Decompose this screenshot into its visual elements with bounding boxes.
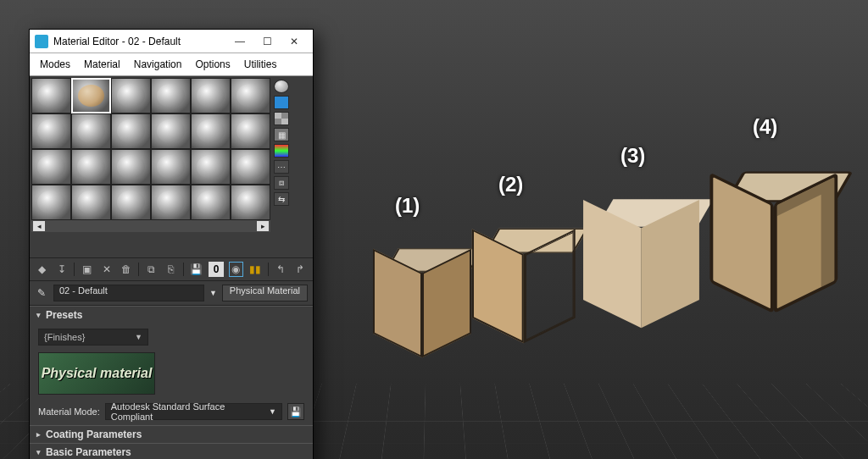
- make-copy-icon[interactable]: ⧉: [144, 262, 159, 277]
- material-mode-dropdown[interactable]: Autodesk Standard Surface Compliant ▼: [105, 403, 282, 420]
- minimize-button[interactable]: —: [226, 32, 253, 51]
- material-mode-label: Material Mode:: [38, 406, 100, 417]
- rollout-header-basic[interactable]: ▾ Basic Parameters: [30, 444, 313, 459]
- sample-type-icon[interactable]: [274, 80, 289, 93]
- sample-slot-selected[interactable]: [71, 78, 111, 113]
- get-material-icon[interactable]: ◆: [35, 262, 49, 277]
- sample-slot[interactable]: [231, 113, 270, 149]
- dropdown-icon: ▼: [135, 333, 142, 341]
- window-title: Material Editor - 02 - Default: [53, 36, 226, 47]
- delete-icon[interactable]: 🗑: [119, 262, 133, 277]
- sample-slot[interactable]: [191, 113, 231, 149]
- material-mode-value: Autodesk Standard Surface Compliant: [111, 401, 269, 422]
- menu-options[interactable]: Options: [192, 57, 233, 72]
- go-parent-icon[interactable]: ↰: [274, 262, 288, 277]
- sample-uv-icon[interactable]: ▦: [274, 128, 289, 141]
- scroll-left-icon[interactable]: ◂: [33, 221, 45, 231]
- dropdown-icon: ▼: [269, 407, 276, 416]
- make-unique-icon[interactable]: ⎘: [164, 262, 178, 277]
- sample-slot[interactable]: [231, 185, 270, 220]
- options-icon[interactable]: ⋯: [274, 160, 289, 174]
- cube-label-3: (3): [620, 144, 645, 168]
- put-to-library-icon[interactable]: 💾: [189, 262, 203, 277]
- rollout-header-coating[interactable]: ▸ Coating Parameters: [30, 426, 313, 443]
- rollout-basic: ▾ Basic Parameters Base Color 1.0 ▲▼ M R…: [30, 443, 313, 459]
- assign-to-selection-icon[interactable]: ▣: [80, 262, 94, 277]
- video-color-icon[interactable]: [274, 144, 289, 158]
- background-icon[interactable]: [274, 112, 289, 125]
- rollout-header-presets[interactable]: ▾ Presets: [30, 307, 313, 324]
- show-shaded-icon[interactable]: ◉: [229, 262, 243, 277]
- sample-slot[interactable]: [231, 78, 270, 113]
- go-forward-icon[interactable]: ↱: [293, 262, 308, 277]
- sample-slot[interactable]: [191, 78, 231, 113]
- close-button[interactable]: ✕: [281, 32, 308, 51]
- sample-slot[interactable]: [31, 113, 71, 149]
- sample-slot[interactable]: [31, 78, 71, 113]
- menu-utilities[interactable]: Utilities: [241, 57, 281, 72]
- rollout-title: Basic Parameters: [46, 446, 131, 458]
- caret-right-icon: ▸: [36, 430, 41, 439]
- material-type-button[interactable]: Physical Material: [222, 285, 308, 301]
- rollout-title: Coating Parameters: [46, 429, 142, 440]
- dropdown-icon[interactable]: ▼: [209, 289, 217, 297]
- sample-slot[interactable]: [191, 185, 231, 220]
- scroll-right-icon[interactable]: ▸: [257, 221, 269, 231]
- cube-label-1: (1): [395, 194, 420, 218]
- sample-slot-scrollbar[interactable]: ◂ ▸: [31, 220, 270, 232]
- rollout-coating: ▸ Coating Parameters: [30, 425, 313, 443]
- material-name-row: ✎ 02 - Default ▼ Physical Material: [30, 281, 313, 306]
- sample-slot[interactable]: [231, 149, 270, 185]
- cube-label-4: (4): [753, 115, 777, 139]
- sample-slot-area: ◂ ▸ ▦ ⋯ ⧈ ⇆: [30, 76, 313, 258]
- menu-navigation[interactable]: Navigation: [131, 57, 186, 72]
- caret-down-icon: ▾: [36, 311, 41, 319]
- put-to-scene-icon[interactable]: ↧: [54, 262, 69, 277]
- maximize-button[interactable]: ☐: [253, 32, 281, 51]
- save-preset-icon[interactable]: 💾: [287, 403, 304, 420]
- material-id-icon[interactable]: 0: [209, 262, 223, 277]
- material-editor-window: Material Editor - 02 - Default — ☐ ✕ Mod…: [29, 29, 314, 459]
- sample-slot[interactable]: [31, 149, 71, 185]
- sample-slot[interactable]: [31, 185, 71, 220]
- preset-value: {Finishes}: [44, 332, 85, 342]
- sample-slot[interactable]: [151, 185, 191, 220]
- sample-slot[interactable]: [151, 78, 191, 113]
- sample-slot[interactable]: [191, 149, 231, 185]
- menu-modes[interactable]: Modes: [36, 57, 74, 72]
- preset-preview-image: Physical material: [38, 352, 155, 395]
- sample-slot[interactable]: [71, 113, 111, 149]
- sample-slot[interactable]: [111, 185, 151, 220]
- material-name-field[interactable]: 02 - Default: [53, 285, 204, 301]
- show-end-result-icon[interactable]: ▮▮: [248, 262, 263, 277]
- titlebar[interactable]: Material Editor - 02 - Default — ☐ ✕: [30, 30, 313, 53]
- sample-slot-grid: ◂ ▸: [30, 76, 272, 257]
- material-toolbar: ◆ ↧ ▣ ✕ 🗑 ⧉ ⎘ 💾 0 ◉ ▮▮ ↰ ↱: [30, 258, 313, 281]
- eyedropper-icon[interactable]: ✎: [35, 286, 48, 300]
- reset-map-icon[interactable]: ✕: [99, 262, 114, 277]
- sample-side-toolbar: ▦ ⋯ ⧈ ⇆: [272, 76, 311, 257]
- sample-slot[interactable]: [151, 113, 191, 149]
- sample-slot[interactable]: [151, 149, 191, 185]
- backlight-icon[interactable]: [274, 96, 289, 109]
- sample-slot[interactable]: [71, 149, 111, 185]
- app-icon: [35, 35, 48, 48]
- cube-label-2: (2): [498, 173, 523, 196]
- sample-slot[interactable]: [111, 113, 151, 149]
- menu-material[interactable]: Material: [81, 57, 124, 72]
- rollout-title: Presets: [46, 309, 82, 321]
- sample-slot[interactable]: [111, 149, 151, 185]
- rollout-presets: ▾ Presets {Finishes} ▼ Physical material…: [30, 306, 313, 425]
- material-map-navigator-icon[interactable]: ⇆: [274, 192, 289, 206]
- caret-down-icon: ▾: [36, 448, 41, 456]
- select-by-material-icon[interactable]: ⧈: [274, 176, 289, 190]
- sample-slot[interactable]: [111, 78, 151, 113]
- preset-dropdown[interactable]: {Finishes} ▼: [38, 329, 148, 346]
- menubar: Modes Material Navigation Options Utilit…: [30, 53, 313, 76]
- sample-slot[interactable]: [71, 185, 111, 220]
